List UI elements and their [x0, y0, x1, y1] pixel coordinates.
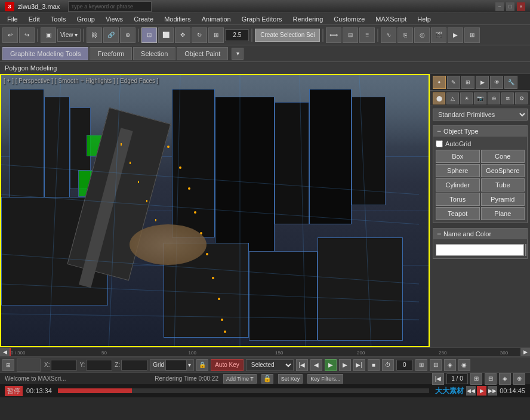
schematic-btn[interactable]: ⎘	[398, 27, 413, 43]
material-editor-btn[interactable]: ◎	[414, 27, 430, 43]
layer-btn[interactable]: ≡	[359, 27, 375, 43]
motion-panel-icon[interactable]: ▶	[476, 76, 489, 89]
box-btn[interactable]: Box	[436, 150, 480, 163]
video-play[interactable]: ▶	[477, 386, 486, 396]
lock-btn[interactable]: 🔒	[196, 359, 208, 371]
menu-animation[interactable]: Animation	[197, 14, 236, 24]
teapot-btn[interactable]: Teapot	[436, 207, 480, 220]
nav-4[interactable]: ◈	[499, 373, 511, 385]
geosphere-btn[interactable]: GeoSphere	[481, 164, 525, 177]
next-frame-btn[interactable]: ▶	[339, 359, 351, 371]
render-frame-btn[interactable]: ⊞	[464, 27, 480, 43]
menu-tools[interactable]: Tools	[46, 14, 71, 24]
torus-btn[interactable]: Torus	[436, 193, 480, 206]
plane-btn[interactable]: Plane	[481, 207, 525, 220]
menu-rendering[interactable]: Rendering	[288, 14, 328, 24]
title-controls[interactable]: − □ ×	[495, 2, 525, 11]
transform-mode-btn[interactable]: ⊞	[2, 359, 14, 371]
name-input[interactable]	[436, 244, 524, 256]
spacewarp-icon[interactable]: ≋	[501, 92, 514, 104]
select-obj-btn[interactable]: ▣	[41, 27, 56, 43]
menu-maxscript[interactable]: MAXScript	[371, 14, 411, 24]
select-region-btn[interactable]: ⬜	[158, 27, 174, 43]
shape-icon[interactable]: △	[446, 92, 459, 104]
go-end-btn[interactable]: ▶|	[353, 359, 365, 371]
viewport[interactable]: [ + ] [ Perspective ] [ Smooth + Highlig…	[0, 74, 430, 347]
go-start-btn[interactable]: |◀	[296, 359, 308, 371]
cone-btn[interactable]: Cone	[481, 150, 525, 163]
nav-2[interactable]: ⊞	[470, 373, 482, 385]
progress-bar[interactable]	[58, 388, 429, 393]
geometry-icon[interactable]: ⬤	[433, 92, 445, 104]
select-scale-btn[interactable]: ⊞	[208, 27, 224, 43]
nav-3[interactable]: ⊟	[485, 373, 497, 385]
grid-input[interactable]	[165, 360, 187, 370]
more-controls-2[interactable]: ⊟	[430, 359, 442, 371]
set-key-btn[interactable]: Set Key	[278, 374, 303, 384]
create-selection-btn[interactable]: Create Selection Sei	[255, 29, 320, 42]
tab-graphite[interactable]: Graphite Modeling Tools	[2, 47, 88, 60]
auto-key-btn[interactable]: Auto Key	[211, 359, 244, 371]
selected-dropdown[interactable]: Selected	[246, 359, 294, 371]
close-btn[interactable]: ×	[517, 2, 525, 11]
select-move-btn[interactable]: ✥	[175, 27, 190, 43]
menu-modifiers[interactable]: Modifiers	[159, 14, 196, 24]
tab-more-btn[interactable]: ▾	[232, 48, 244, 60]
stop-btn[interactable]: ■	[368, 359, 380, 371]
cylinder-btn[interactable]: Cylinder	[436, 178, 480, 192]
timeline-prev-btn[interactable]: ◀	[0, 347, 10, 357]
camera-icon[interactable]: 📷	[474, 92, 486, 104]
maximize-btn[interactable]: □	[506, 2, 514, 11]
autogrid-checkbox[interactable]	[436, 140, 443, 147]
create-panel-icon[interactable]: ✦	[433, 76, 446, 89]
menu-file[interactable]: File	[2, 14, 23, 24]
y-input[interactable]	[86, 360, 112, 370]
pyramid-btn[interactable]: Pyramid	[481, 193, 525, 206]
video-prev[interactable]: ◀◀	[466, 386, 476, 396]
z-input[interactable]	[121, 360, 147, 370]
add-time-btn[interactable]: Add Time T	[223, 374, 257, 384]
helper-icon[interactable]: ⊕	[488, 92, 500, 104]
play-btn[interactable]: ▶	[325, 359, 337, 371]
link-btn[interactable]: ⛓	[87, 27, 102, 43]
video-next[interactable]: ▶▶	[488, 386, 497, 396]
undo-btn[interactable]: ↩	[2, 27, 18, 43]
sphere-btn[interactable]: Sphere	[436, 164, 480, 177]
frame-display[interactable]	[446, 373, 468, 384]
menu-edit[interactable]: Edit	[24, 14, 45, 24]
align-btn[interactable]: ⊟	[343, 27, 358, 43]
view-dropdown[interactable]: View ▾	[57, 29, 81, 42]
nav-5[interactable]: ⊕	[513, 373, 525, 385]
modify-panel-icon[interactable]: ✎	[447, 76, 460, 89]
redo-btn[interactable]: ↪	[19, 27, 35, 43]
tab-freeform[interactable]: Freeform	[90, 47, 132, 60]
more-controls-4[interactable]: ◉	[458, 359, 470, 371]
curve-editor-btn[interactable]: ∿	[381, 27, 396, 43]
utility-panel-icon[interactable]: 🔧	[504, 76, 517, 89]
frame-input[interactable]	[396, 360, 413, 370]
timeline-track[interactable]: 0 / 300 50 100 150 200 250 300	[10, 348, 520, 356]
render-btn[interactable]: ▶	[448, 27, 463, 43]
minimize-btn[interactable]: −	[495, 2, 504, 11]
more-controls-3[interactable]: ◈	[444, 359, 456, 371]
name-color-header[interactable]: − Name and Color	[433, 228, 527, 239]
object-type-header[interactable]: − Object Type	[433, 126, 527, 137]
lock-key-btn[interactable]: 🔒	[261, 374, 273, 384]
color-swatch[interactable]	[525, 244, 526, 256]
grid-dropdown[interactable]: Grid ▾	[150, 359, 194, 371]
zoom-input[interactable]	[225, 29, 249, 41]
pause-btn[interactable]: 暂停	[5, 386, 23, 396]
key-filters-btn[interactable]: Key Filters...	[307, 374, 343, 384]
more-controls-1[interactable]: ⊞	[415, 359, 427, 371]
menu-views[interactable]: Views	[101, 14, 128, 24]
menu-help[interactable]: Help	[412, 14, 436, 24]
tab-object-paint[interactable]: Object Paint	[177, 47, 228, 60]
x-input[interactable]	[51, 360, 77, 370]
select-btn[interactable]: ⊡	[141, 27, 157, 43]
tab-selection[interactable]: Selection	[133, 47, 175, 60]
mirror-btn[interactable]: ⟺	[326, 27, 341, 43]
prev-frame-btn[interactable]: ◀	[310, 359, 322, 371]
menu-graph-editors[interactable]: Graph Editors	[237, 14, 287, 24]
tube-btn[interactable]: Tube	[481, 178, 525, 192]
display-panel-icon[interactable]: 👁	[490, 76, 503, 89]
